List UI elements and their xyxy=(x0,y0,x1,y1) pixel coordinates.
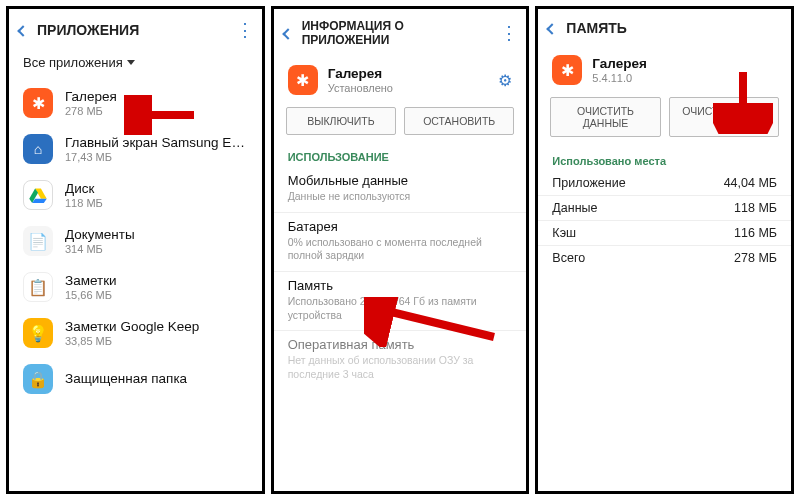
app-name: Диск xyxy=(65,181,248,197)
app-size: 17,43 МБ xyxy=(65,151,248,163)
panel-app-info: ИНФОРМАЦИЯ О ПРИЛОЖЕНИИ ⋮ ✱ Галерея Уста… xyxy=(271,6,530,494)
stat-val: 118 МБ xyxy=(734,201,777,215)
value: 0% использовано с момента последней полн… xyxy=(288,236,513,263)
app-row-gallery[interactable]: ✱ Галерея 278 МБ xyxy=(9,80,262,126)
stat-key: Данные xyxy=(552,201,597,215)
svg-marker-2 xyxy=(32,199,47,203)
keep-icon: 💡 xyxy=(23,318,53,348)
clear-cache-button[interactable]: ОЧИСТИТЬ КЭШ xyxy=(669,97,779,137)
app-name: Галерея xyxy=(328,66,489,82)
page-title: ПАМЯТЬ xyxy=(566,20,627,36)
drive-icon xyxy=(23,180,53,210)
app-name: Документы xyxy=(65,227,248,243)
stat-row: Всего278 МБ xyxy=(538,246,791,270)
app-name: Галерея xyxy=(65,89,248,105)
row-ram[interactable]: Оперативная память Нет данных об использ… xyxy=(274,331,527,389)
app-header: ✱ Галерея Установлено ⚙ xyxy=(274,55,527,103)
action-buttons: ОЧИСТИТЬ ДАННЫЕ ОЧИСТИТЬ КЭШ xyxy=(538,93,791,147)
row-memory[interactable]: Память Использовано 278 МБ/64 Гб из памя… xyxy=(274,272,527,331)
label: Оперативная память xyxy=(288,337,513,352)
stat-key: Кэш xyxy=(552,226,576,240)
app-status: Установлено xyxy=(328,82,489,94)
clear-data-button[interactable]: ОЧИСТИТЬ ДАННЫЕ xyxy=(550,97,660,137)
app-list: ✱ Галерея 278 МБ ⌂ Главный экран Samsung… xyxy=(9,80,262,491)
documents-icon: 📄 xyxy=(23,226,53,256)
app-row-secure[interactable]: 🔒 Защищенная папка xyxy=(9,356,262,402)
back-icon[interactable] xyxy=(284,24,292,42)
header: ПРИЛОЖЕНИЯ ⋮ xyxy=(9,9,262,49)
label: Батарея xyxy=(288,219,513,234)
label: Мобильные данные xyxy=(288,173,513,188)
page-title: ПРИЛОЖЕНИЯ xyxy=(37,22,139,38)
stat-row: Приложение44,04 МБ xyxy=(538,171,791,196)
value: Данные не используются xyxy=(288,190,513,204)
notes-icon: 📋 xyxy=(23,272,53,302)
gallery-icon: ✱ xyxy=(552,55,582,85)
panel-memory: ПАМЯТЬ ✱ Галерея 5.4.11.0 ОЧИСТИТЬ ДАННЫ… xyxy=(535,6,794,494)
panel-apps: ПРИЛОЖЕНИЯ ⋮ Все приложения ✱ Галерея 27… xyxy=(6,6,265,494)
stat-val: 44,04 МБ xyxy=(724,176,777,190)
gallery-icon: ✱ xyxy=(288,65,318,95)
gear-icon[interactable]: ⚙ xyxy=(498,71,512,90)
value: Использовано 278 МБ/64 Гб из памяти устр… xyxy=(288,295,513,322)
stat-key: Всего xyxy=(552,251,585,265)
page-title: ИНФОРМАЦИЯ О ПРИЛОЖЕНИИ xyxy=(302,19,491,47)
secure-folder-icon: 🔒 xyxy=(23,364,53,394)
app-size: 15,66 МБ xyxy=(65,289,248,301)
app-size: 278 МБ xyxy=(65,105,248,117)
menu-icon[interactable]: ⋮ xyxy=(236,19,252,41)
app-size: 33,85 МБ xyxy=(65,335,248,347)
row-battery[interactable]: Батарея 0% использовано с момента послед… xyxy=(274,213,527,272)
header: ПАМЯТЬ xyxy=(538,9,791,45)
chevron-down-icon xyxy=(127,60,135,65)
stat-val: 116 МБ xyxy=(734,226,777,240)
app-name: Заметки Google Keep xyxy=(65,319,248,335)
label: Память xyxy=(288,278,513,293)
app-header: ✱ Галерея 5.4.11.0 xyxy=(538,45,791,93)
home-icon: ⌂ xyxy=(23,134,53,164)
stop-button[interactable]: ОСТАНОВИТЬ xyxy=(404,107,514,135)
disable-button[interactable]: ВЫКЛЮЧИТЬ xyxy=(286,107,396,135)
header: ИНФОРМАЦИЯ О ПРИЛОЖЕНИИ ⋮ xyxy=(274,9,527,55)
back-icon[interactable] xyxy=(19,21,27,39)
app-name: Заметки xyxy=(65,273,248,289)
app-size: 314 МБ xyxy=(65,243,248,255)
app-name: Защищенная папка xyxy=(65,371,248,387)
stat-val: 278 МБ xyxy=(734,251,777,265)
row-mobile-data[interactable]: Мобильные данные Данные не используются xyxy=(274,167,527,213)
menu-icon[interactable]: ⋮ xyxy=(500,22,516,44)
app-row-drive[interactable]: Диск 118 МБ xyxy=(9,172,262,218)
back-icon[interactable] xyxy=(548,19,556,37)
app-row-docs[interactable]: 📄 Документы 314 МБ xyxy=(9,218,262,264)
app-name: Галерея xyxy=(592,56,777,72)
app-row-notes[interactable]: 📋 Заметки 15,66 МБ xyxy=(9,264,262,310)
app-row-home[interactable]: ⌂ Главный экран Samsung Experie.. 17,43 … xyxy=(9,126,262,172)
section-usage: ИСПОЛЬЗОВАНИЕ xyxy=(274,145,527,167)
section-used-space: Использовано места xyxy=(538,147,791,171)
action-buttons: ВЫКЛЮЧИТЬ ОСТАНОВИТЬ xyxy=(274,103,527,145)
app-row-keep[interactable]: 💡 Заметки Google Keep 33,85 МБ xyxy=(9,310,262,356)
stat-key: Приложение xyxy=(552,176,625,190)
filter-dropdown[interactable]: Все приложения xyxy=(9,49,262,80)
app-size: 118 МБ xyxy=(65,197,248,209)
stat-row: Кэш116 МБ xyxy=(538,221,791,246)
stat-row: Данные118 МБ xyxy=(538,196,791,221)
app-name: Главный экран Samsung Experie.. xyxy=(65,135,248,151)
gallery-icon: ✱ xyxy=(23,88,53,118)
storage-stats: Приложение44,04 МБ Данные118 МБ Кэш116 М… xyxy=(538,171,791,270)
value: Нет данных об использовании ОЗУ за после… xyxy=(288,354,513,381)
filter-label: Все приложения xyxy=(23,55,123,70)
app-version: 5.4.11.0 xyxy=(592,72,777,84)
